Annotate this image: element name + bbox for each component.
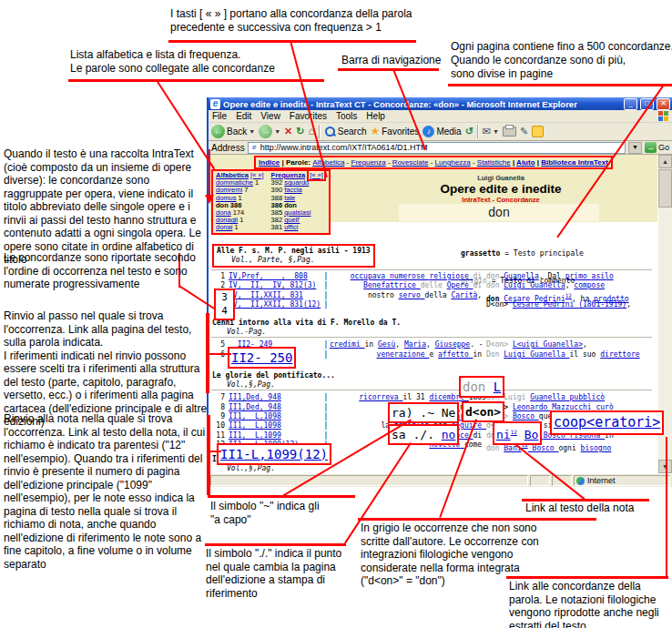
menu-tools[interactable]: Tools: [336, 111, 357, 121]
link-text[interactable]: affetto: [438, 350, 473, 359]
link-text[interactable]: Bo: [524, 428, 539, 441]
link-text[interactable]: Guanella: [530, 350, 569, 359]
passage-reference-link[interactable]: IV, II, IV, 812(3): [229, 281, 322, 290]
history-button[interactable]: ↺: [465, 126, 473, 137]
link-text[interactable]: numerose: [390, 272, 429, 280]
text-segment: D<on>: [486, 300, 513, 309]
text-segment: ,: [395, 340, 404, 349]
go-button[interactable]: → Go: [645, 142, 669, 153]
link-text[interactable]: Lunghezza: [435, 158, 471, 167]
link-text[interactable]: Rovesciate: [392, 158, 429, 167]
link-text[interactable]: Frequenza: [351, 158, 386, 167]
favorites-button[interactable]: ★Favorites: [370, 126, 419, 137]
word-count: 381: [271, 223, 285, 231]
link-text[interactable]: Giuseppe: [435, 340, 471, 349]
link-text[interactable]: asilo: [592, 272, 614, 280]
prev-next-arrows[interactable]: [« »]: [307, 169, 326, 181]
passage-reference-link[interactable]: II1, L,1099: [229, 431, 322, 441]
row-number: 11: [213, 431, 225, 441]
link-text[interactable]: Luigi: [504, 281, 530, 289]
link-text[interactable]: Guanella: [530, 393, 569, 401]
link-text[interactable]: occupava: [351, 272, 390, 280]
link-text[interactable]: Opere: [447, 281, 473, 289]
link-text[interactable]: primo: [565, 272, 592, 280]
word-link[interactable]: donai: [216, 223, 232, 231]
link-text[interactable]: Gesù: [378, 340, 395, 349]
link-text[interactable]: ni: [496, 428, 511, 441]
link-text[interactable]: compose: [574, 281, 605, 289]
mail-button[interactable]: ✉▼: [483, 126, 499, 137]
menu-file[interactable]: File: [212, 111, 227, 121]
link-text[interactable]: Benefattrice: [363, 281, 421, 289]
link-text[interactable]: Maria: [404, 340, 426, 349]
link-text[interactable]: Indice: [259, 158, 280, 167]
address-dropdown-button[interactable]: ▼: [628, 142, 642, 154]
magnified-word-link[interactable]: coop<eratori>: [550, 410, 664, 435]
search-button[interactable]: Search: [324, 126, 367, 137]
link-text[interactable]: pubblicò: [570, 393, 606, 401]
link-text[interactable]: Biblioteca IntraText: [541, 158, 608, 167]
link-text[interactable]: (1861-1919): [578, 300, 626, 309]
address-input[interactable]: e http://www.intratext.com/IXT/ITA0614/D…: [248, 142, 626, 154]
link-text[interactable]: 12: [511, 429, 517, 435]
callout-line: [338, 68, 439, 71]
magnified-note-reference[interactable]: II1-L,1099(12): [217, 443, 331, 465]
row-number: 7: [213, 393, 225, 402]
menu-view[interactable]: View: [260, 111, 280, 121]
prev-next-arrows-link[interactable]: [« »]: [310, 171, 323, 179]
back-button-label: Back: [227, 127, 247, 137]
link-text[interactable]: Carità: [451, 291, 477, 299]
passage-reference-link[interactable]: IV, II,XXII, 831(12): [229, 300, 322, 309]
note-raccolta: Quando il testo è una raccolta IntraText…: [4, 147, 209, 267]
link-text[interactable]: Cesare: [513, 300, 544, 309]
messenger-button[interactable]: [532, 126, 544, 137]
passage-reference-link[interactable]: II1, L,1098: [229, 412, 322, 421]
print-button[interactable]: [503, 127, 516, 137]
menu-help[interactable]: Help: [366, 111, 385, 121]
forward-button[interactable]: →▼: [259, 125, 280, 138]
minimize-button[interactable]: _: [624, 98, 637, 110]
link-text[interactable]: ricorreva: [359, 393, 402, 401]
link-text[interactable]: venerazione: [377, 350, 430, 359]
close-button[interactable]: ✕: [657, 98, 670, 110]
back-button[interactable]: ←Back▼: [211, 125, 255, 138]
scroll-up-icon[interactable]: ▲: [658, 155, 672, 168]
row-number: 10: [213, 421, 225, 430]
link-text[interactable]: servo: [399, 291, 425, 299]
word-link[interactable]: uffici: [284, 223, 298, 231]
link-text[interactable]: direttore: [600, 350, 639, 359]
link-text[interactable]: Statistiche: [477, 158, 511, 167]
edit-button[interactable]: ✎: [520, 126, 528, 137]
link-text[interactable]: L: [494, 380, 501, 394]
link-text[interactable]: Leonardo: [513, 403, 552, 411]
link-text[interactable]: religiose: [429, 272, 473, 280]
right-context: don Luigi Guanella, compose: [486, 281, 605, 290]
link-text[interactable]: Guanella: [530, 281, 565, 289]
print-icon: [503, 127, 516, 137]
refresh-button[interactable]: ↻: [296, 126, 304, 137]
link-text[interactable]: Guanella: [504, 272, 539, 280]
link-text[interactable]: Aiuto: [516, 158, 535, 167]
link-text[interactable]: Bosco: [513, 412, 539, 420]
link-text[interactable]: L<uigi Guanella>: [513, 340, 583, 349]
magnified-note-link[interactable]: ni12 Bo: [493, 421, 542, 445]
link-text[interactable]: bisogno: [581, 444, 612, 452]
passage-reference-link[interactable]: II1, L,1098: [229, 421, 322, 430]
passage-reference-link[interactable]: II1,Ded, 948: [229, 403, 322, 412]
stop-button[interactable]: ✕: [284, 126, 292, 137]
toolbar: ←Back▼→▼✕↻⌂Search★Favorites♪Media↺✉▼✎: [209, 123, 672, 141]
link-text[interactable]: credimi: [330, 340, 365, 349]
scrollbar-thumb[interactable]: [658, 169, 672, 208]
text-segment: -: [344, 158, 351, 167]
link-text[interactable]: 12: [565, 292, 572, 299]
passage-reference-link[interactable]: II1,Ded, 948: [229, 393, 322, 402]
link-text[interactable]: Pedrini: [544, 300, 579, 309]
link-text[interactable]: Luigi: [504, 350, 530, 359]
link-text[interactable]: no: [442, 428, 456, 441]
menu-edit[interactable]: Edit: [236, 111, 251, 121]
media-button[interactable]: ♪Media: [423, 126, 461, 137]
title-bar[interactable]: e Opere edite e inedite - IntraText CT -…: [209, 97, 672, 110]
magnified-reference-link[interactable]: II2- 250: [228, 347, 296, 369]
passage-reference-link[interactable]: IV,Pref, , 808: [229, 272, 322, 281]
link-text[interactable]: Alfabetica: [312, 158, 344, 167]
